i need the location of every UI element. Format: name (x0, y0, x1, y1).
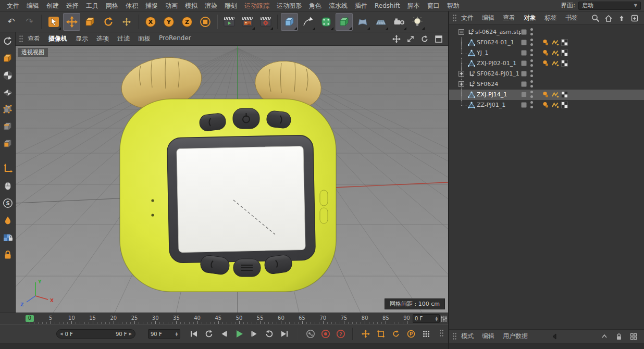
object-manager-menu-item[interactable]: 查看 (499, 14, 519, 22)
viewport-canvas[interactable]: Y X Z 透视视图 网格间距 : 100 cm (16, 46, 448, 313)
range-left-arrow-icon[interactable]: ◀ (60, 332, 63, 336)
enable-axis-icon[interactable] (2, 163, 14, 175)
visibility-dots[interactable] (530, 80, 534, 89)
panel-grip-icon[interactable] (452, 332, 457, 340)
phong-tag-icon[interactable] (542, 91, 550, 98)
nav-back-icon[interactable] (550, 332, 559, 341)
render-visibility-dot[interactable] (530, 33, 533, 35)
previous-frame-icon[interactable] (217, 327, 231, 341)
render-visibility-dot[interactable] (530, 43, 533, 46)
viewport-menu-item[interactable]: 摄像机 (44, 34, 71, 43)
expand-icon[interactable] (459, 71, 464, 77)
visibility-dots[interactable] (530, 101, 534, 109)
set-keyframe-icon[interactable] (303, 327, 317, 341)
rotate-view-icon[interactable] (420, 35, 429, 43)
menubar-item[interactable]: 文件 (3, 0, 23, 11)
scale-tool-icon[interactable] (81, 13, 98, 31)
vertex-paint-icon[interactable] (2, 214, 14, 227)
record-active-objects-icon[interactable] (318, 327, 332, 341)
previous-key-icon[interactable] (202, 327, 216, 341)
redo-icon[interactable]: ↷ (21, 13, 38, 31)
layer-toggle[interactable] (521, 29, 527, 35)
field-stepper[interactable]: ▲▼ (436, 316, 438, 321)
smoothing-tag-icon[interactable] (551, 59, 559, 67)
menubar-item[interactable]: 角色 (305, 0, 325, 11)
z-axis-lock-icon[interactable]: Z (178, 13, 195, 31)
uvw-tag-icon[interactable] (561, 101, 568, 109)
phong-tag-icon[interactable] (542, 49, 550, 57)
layer-toggle[interactable] (521, 102, 527, 108)
expand-icon[interactable] (459, 81, 464, 87)
layer-toggle[interactable] (521, 40, 527, 45)
interface-select[interactable]: 启动 ▼ (578, 2, 641, 10)
pan-view-icon[interactable] (392, 35, 401, 43)
undo-icon[interactable]: ↶ (3, 13, 20, 31)
viewport-menu-item[interactable]: 查看 (23, 34, 44, 43)
tree-row[interactable]: 0SF0624-PJ01_1 (449, 69, 644, 79)
phong-tag-icon[interactable] (542, 101, 550, 109)
object-manager-menu-item[interactable]: 标签 (540, 14, 561, 22)
editor-visibility-dot[interactable] (530, 28, 533, 31)
lock-icon[interactable] (615, 332, 623, 341)
render-view-icon[interactable] (220, 13, 238, 31)
preview-range[interactable]: ◀ 0 F 90 F ▶ (56, 329, 135, 339)
menubar-item[interactable]: 脚本 (404, 0, 424, 11)
object-name[interactable]: YJ_1 (477, 49, 488, 56)
workplane-mode-icon[interactable] (2, 86, 14, 99)
editor-visibility-dot[interactable] (530, 80, 533, 83)
range-right-arrow-icon[interactable]: ▶ (129, 332, 132, 336)
texture-mode-icon[interactable] (2, 69, 14, 82)
menubar-item[interactable]: 插件 (351, 0, 371, 11)
render-visibility-dot[interactable] (530, 54, 533, 56)
search-icon[interactable] (591, 14, 600, 22)
rotate-tool-icon[interactable] (100, 13, 117, 31)
menubar-item[interactable]: 运动跟踪 (241, 0, 273, 11)
render-visibility-dot[interactable] (530, 74, 533, 77)
menubar-item[interactable]: 网格 (102, 0, 122, 11)
panel-grip-icon[interactable] (19, 35, 23, 43)
menubar-item[interactable]: 编辑 (23, 0, 43, 11)
visibility-dots[interactable] (530, 28, 534, 36)
layer-toggle[interactable] (521, 50, 527, 56)
menubar-item[interactable]: 选择 (63, 0, 82, 11)
attribute-bar-item[interactable]: 模式 (457, 332, 478, 341)
menubar-item[interactable]: 帮助 (443, 0, 463, 11)
primitive-cube-icon[interactable] (281, 13, 298, 31)
render-visibility-dot[interactable] (530, 64, 533, 67)
last-tool-icon[interactable] (118, 13, 135, 31)
smoothing-tag-icon[interactable] (551, 49, 559, 57)
render-visibility-dot[interactable] (530, 106, 533, 108)
menubar-item[interactable]: 模拟 (181, 0, 201, 11)
subdivision-surface-icon[interactable] (317, 13, 335, 31)
move-tool-icon[interactable] (63, 13, 80, 31)
viewport-menu-item[interactable]: 过滤 (113, 34, 134, 43)
range-start-value[interactable]: 0 F (65, 331, 72, 337)
visibility-dots[interactable] (530, 49, 534, 57)
visibility-dots[interactable] (530, 39, 534, 47)
visibility-dots[interactable] (530, 59, 534, 68)
menubar-item[interactable]: Redshift (371, 0, 404, 11)
model-mode-icon[interactable] (2, 52, 14, 65)
key-parameter-icon[interactable]: P (404, 327, 418, 341)
device-screen[interactable] (177, 146, 305, 252)
floor-environment-icon[interactable] (372, 13, 389, 31)
visibility-dots[interactable] (530, 70, 534, 78)
uvw-tag-icon[interactable] (561, 91, 568, 98)
object-manager-menu-item[interactable]: 对象 (519, 14, 540, 22)
viewport-menu-item[interactable]: 选项 (92, 34, 113, 43)
volume-builder-icon[interactable] (336, 13, 353, 31)
x-axis-lock-icon[interactable]: X (142, 13, 159, 31)
menubar-item[interactable]: 体积 (122, 0, 142, 11)
menubar-item[interactable]: 捕捉 (142, 0, 162, 11)
render-visibility-dot[interactable] (530, 85, 533, 88)
viewport-menu-item[interactable]: 显示 (71, 34, 92, 43)
visibility-dots[interactable] (530, 91, 534, 99)
range-end-value[interactable]: 90 F (116, 331, 127, 337)
camera-icon[interactable] (390, 13, 407, 31)
editor-visibility-dot[interactable] (530, 49, 533, 52)
points-mode-icon[interactable] (2, 104, 14, 116)
editor-visibility-dot[interactable] (530, 70, 533, 72)
tree-row[interactable]: YJ_1 (449, 48, 644, 58)
attribute-bar-item[interactable]: 用户数据 (499, 332, 532, 341)
timeline-options-icon[interactable] (440, 315, 448, 323)
